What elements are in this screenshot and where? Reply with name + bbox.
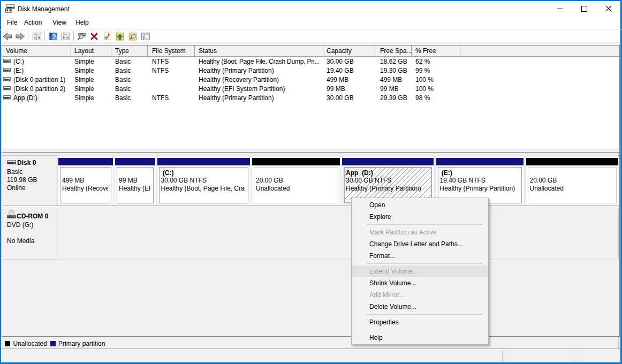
svg-text:?: ? xyxy=(52,33,56,41)
